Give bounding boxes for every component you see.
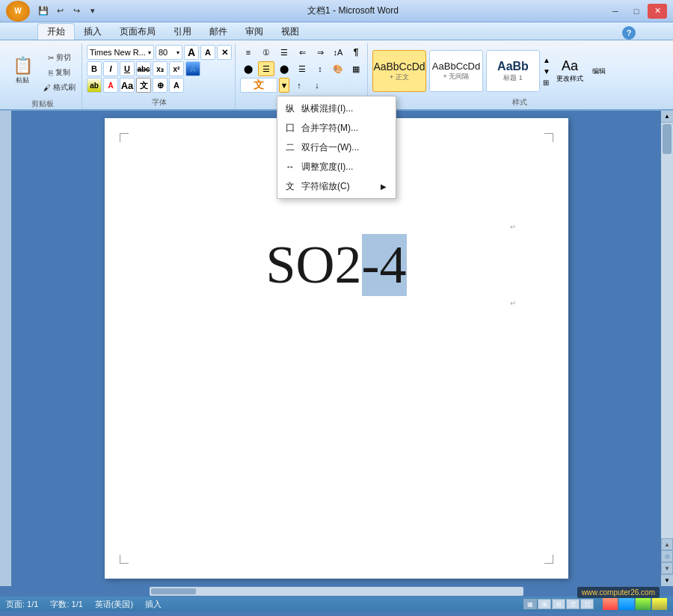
superscript-btn[interactable]: x² xyxy=(169,61,184,76)
h-scrollbar[interactable] xyxy=(150,587,523,596)
view-draft-btn[interactable]: ☷ xyxy=(580,599,594,609)
font-change-btn[interactable]: ⊕ xyxy=(153,78,168,93)
scroll-thumb[interactable] xyxy=(663,124,672,154)
copy-icon: ⎘ xyxy=(49,69,53,77)
font-row-1: Times New R... ▾ 80 ▾ A A ✕ xyxy=(87,45,232,60)
help-btn[interactable]: ? xyxy=(622,26,636,40)
line-spacing-btn[interactable]: ↕ xyxy=(312,61,328,76)
ctx-item-double-row[interactable]: 二 双行合一(W)... xyxy=(277,138,396,157)
border-btn[interactable]: ▦ xyxy=(348,61,364,76)
justify-btn[interactable]: ☰ xyxy=(294,61,310,76)
view-print-btn[interactable]: ▦ xyxy=(523,599,537,609)
style-normal-card[interactable]: AaBbCcDd + 正文 xyxy=(372,50,426,92)
scroll-up-icon2: ▲ xyxy=(664,541,670,548)
save-quick-btn[interactable]: 💾 xyxy=(36,4,51,19)
view-fullscreen-btn[interactable]: ⊞ xyxy=(538,599,551,609)
view-outline-btn[interactable]: ☰ xyxy=(566,599,580,609)
text-layout-dd-btn[interactable]: ▾ xyxy=(279,78,289,93)
chinese-layout-btn[interactable]: 文 xyxy=(240,78,277,93)
customize-quick-btn[interactable]: ▾ xyxy=(85,4,100,19)
cut-btn[interactable]: ✂ 剪切 xyxy=(40,51,79,64)
align-left-btn[interactable]: ⬤ xyxy=(240,61,256,76)
copy-btn[interactable]: ⎘ 复制 xyxy=(40,66,79,79)
tab-references[interactable]: 引用 xyxy=(165,23,200,40)
tab-review[interactable]: 审阅 xyxy=(236,23,272,40)
styles-expand[interactable]: ⊞ xyxy=(543,78,550,87)
minimize-btn[interactable]: ─ xyxy=(606,4,625,19)
font-size-dropdown-icon[interactable]: ▾ xyxy=(176,49,179,56)
font-special-btn[interactable]: 文 xyxy=(136,78,151,93)
font-shrink-btn[interactable]: A xyxy=(200,45,215,60)
align-right-btn[interactable]: ⬤ xyxy=(276,61,292,76)
tab-pagelayout[interactable]: 页面布局 xyxy=(111,23,165,40)
ctx-item-merge-char[interactable]: 囗 合并字符(M)... xyxy=(277,118,396,138)
office-button[interactable]: W xyxy=(6,1,30,22)
scroll-prev-page-btn[interactable]: ▲ xyxy=(661,538,673,550)
italic-btn[interactable]: I xyxy=(103,61,118,76)
scroll-up-btn[interactable]: ▲ xyxy=(661,111,673,123)
numbering-btn[interactable]: ① xyxy=(258,45,274,60)
win7-logo-yellow xyxy=(652,598,667,610)
bold-btn[interactable]: B xyxy=(87,61,102,76)
strikethrough-btn[interactable]: abc xyxy=(136,61,151,76)
align-center-btn[interactable]: ☰ xyxy=(258,61,274,76)
styles-scroll-down[interactable]: ▼ xyxy=(543,67,550,76)
style-h1-card[interactable]: AaBb 标题 1 xyxy=(486,50,540,92)
highlight-color-btn[interactable]: ab xyxy=(87,78,102,93)
h-scroll-thumb[interactable] xyxy=(151,588,196,594)
ctx-item-char-scale[interactable]: 文 字符缩放(C) ▶ xyxy=(277,176,396,196)
redo-quick-btn[interactable]: ↪ xyxy=(69,4,84,19)
show-para-btn[interactable]: ¶ xyxy=(348,45,364,60)
tab-insert[interactable]: 插入 xyxy=(75,23,111,40)
font-color-btn[interactable]: A xyxy=(103,78,118,93)
paste-label: 粘贴 xyxy=(16,76,29,85)
format-painter-btn[interactable]: 🖌 格式刷 xyxy=(40,81,79,94)
tab-view[interactable]: 视图 xyxy=(272,23,308,40)
change-styles-label[interactable]: 更改样式 xyxy=(556,74,583,84)
tab-mailings[interactable]: 邮件 xyxy=(200,23,236,40)
view-web-btn[interactable]: ⊟ xyxy=(552,599,565,609)
tab-home[interactable]: 开始 xyxy=(37,23,75,40)
shading-btn[interactable]: 🎨 xyxy=(330,61,346,76)
font-aa2-btn[interactable]: A xyxy=(169,78,184,93)
font-size-input[interactable]: 80 ▾ xyxy=(156,45,182,60)
paste-btn[interactable]: 📋 粘贴 xyxy=(6,48,39,93)
underline-btn[interactable]: U xyxy=(120,61,135,76)
document-text[interactable]: SO2-4 xyxy=(265,234,406,296)
scroll-bottom-btns: ▲ ⊙ ▼ xyxy=(661,538,673,574)
clear-format-btn[interactable]: ✕ xyxy=(217,45,232,60)
scroll-track[interactable] xyxy=(661,123,673,538)
help-icon: ? xyxy=(627,28,632,37)
close-btn[interactable]: ✕ xyxy=(648,4,667,19)
font-row-3: ab A Aa 文 ⊕ A xyxy=(87,78,232,93)
decrease-indent-btn[interactable]: ⇐ xyxy=(294,45,310,60)
font-size-aa-btn[interactable]: Aa xyxy=(120,78,135,93)
subscript-btn[interactable]: x₂ xyxy=(153,61,168,76)
ctx-vertical-mix-label: 纵横混排(I)... xyxy=(301,102,353,115)
maximize-btn[interactable]: □ xyxy=(627,4,646,19)
bullets-btn[interactable]: ≡ xyxy=(240,45,256,60)
ribbon-tabs: 开始 插入 页面布局 引用 邮件 审阅 视图 ? xyxy=(0,22,673,40)
editing-group: 编辑 xyxy=(589,64,609,79)
style-nospace-card[interactable]: AaBbCcDd + 无间隔 xyxy=(429,50,483,92)
ctx-char-scale-icon: 文 xyxy=(283,179,297,193)
multilevel-btn[interactable]: ☰ xyxy=(276,45,292,60)
font-name-dropdown-icon[interactable]: ▾ xyxy=(148,49,151,56)
sort-btn[interactable]: ↕A xyxy=(330,45,346,60)
styles-scroll-up[interactable]: ▲ xyxy=(543,56,550,64)
increase-indent-btn[interactable]: ⇒ xyxy=(312,45,328,60)
scroll-select-browse-btn[interactable]: ⊙ xyxy=(661,550,673,562)
ctx-item-vertical-mix[interactable]: 纵 纵横混排(I)... xyxy=(277,99,396,118)
para-spacing-up-btn[interactable]: ↑ xyxy=(291,78,307,93)
ctx-item-adjust-width[interactable]: ↔ 调整宽度(I)... xyxy=(277,157,396,176)
para-spacing-down-btn[interactable]: ↓ xyxy=(309,78,325,93)
scroll-down-btn[interactable]: ▼ xyxy=(661,574,673,586)
text-effect-btn[interactable]: A xyxy=(185,61,200,76)
undo-quick-btn[interactable]: ↩ xyxy=(52,4,67,19)
font-name-input[interactable]: Times New R... ▾ xyxy=(87,45,154,60)
quick-access-toolbar: 💾 ↩ ↪ ▾ xyxy=(36,4,100,19)
scroll-next-page-btn[interactable]: ▼ xyxy=(661,562,673,574)
style-nospace-preview: AaBbCcDd xyxy=(432,61,480,72)
status-insert[interactable]: 插入 xyxy=(145,599,162,610)
font-grow-btn[interactable]: A xyxy=(184,45,199,60)
